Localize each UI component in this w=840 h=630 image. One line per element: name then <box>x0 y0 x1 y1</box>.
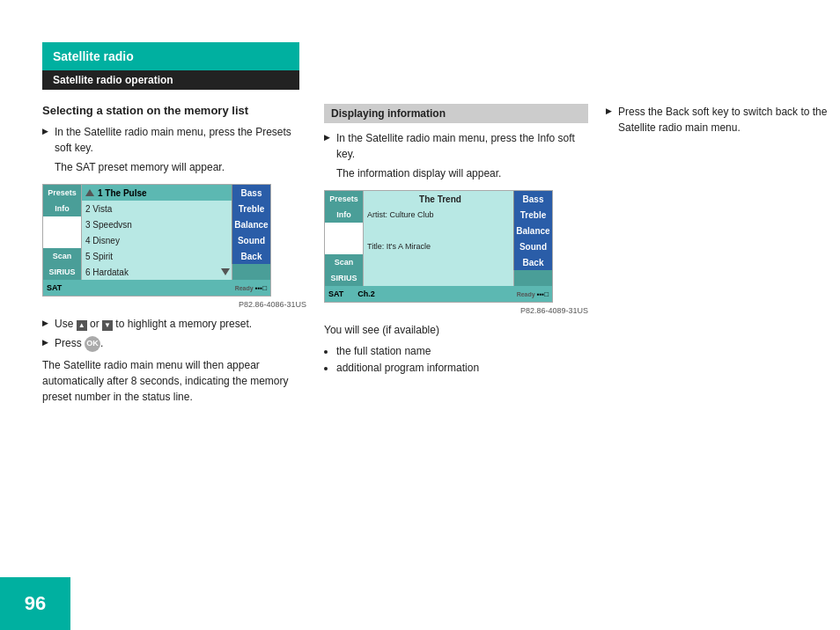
sirius-label: SIRIUS <box>43 264 82 280</box>
info-label-2: Info <box>325 207 364 223</box>
sat-row-1: SAT Ready ▪▪▪□ <box>43 280 270 296</box>
left-bullet-3: Press OK. <box>42 335 306 352</box>
content-area: Selecting a station on the memory list I… <box>42 104 798 560</box>
page-subtitle: Satellite radio operation <box>53 74 173 86</box>
mid-bullet-1: In the Satellite radio main menu, press … <box>324 130 588 162</box>
you-will-see: You will see (if available) <box>324 322 588 338</box>
left-column: Selecting a station on the memory list I… <box>42 104 306 410</box>
presets-key: Presets <box>255 126 291 138</box>
screen-row-scan: Scan 5 Spirit Back <box>43 248 270 264</box>
up-arrow-icon <box>85 189 94 196</box>
ready-text-1: Ready <box>235 285 254 291</box>
page-title: Satellite radio <box>53 49 134 63</box>
screen-caption-2: P82.86-4089-31US <box>324 306 588 315</box>
ok-button-icon: OK <box>85 336 100 352</box>
treble-btn[interactable]: Treble <box>232 201 270 216</box>
ch2-label: Ch.2 <box>357 289 375 298</box>
page-header-black: Satellite radio operation <box>42 70 299 90</box>
empty-label-2 <box>43 232 82 248</box>
page-number: 96 <box>0 577 70 630</box>
right-bullet-1: Press the Back soft key to switch back t… <box>606 104 835 136</box>
left-section-title: Selecting a station on the memory list <box>42 104 306 117</box>
sound-btn-2[interactable]: Sound <box>513 238 552 254</box>
screen-main-speedvsn: 3 Speedvsn <box>82 216 232 232</box>
screen-row-disney: 4 Disney Sound <box>43 232 270 248</box>
sat-row-2: SAT Ch.2 Ready ▪▪▪□ <box>325 286 552 302</box>
mid-section-title: Displaying information <box>324 104 588 123</box>
info-item-2: additional program information <box>336 360 588 377</box>
empty-label-4 <box>325 238 364 254</box>
screen-main-vista: 2 Vista <box>82 201 232 216</box>
screen-title-song: Title: It's A Miracle <box>364 238 513 254</box>
down-arrow-icon <box>221 268 230 275</box>
mid-para-2: The information display will appear. <box>336 165 588 181</box>
screen-row-2-empty: Balance <box>325 223 552 238</box>
ready-text-2: Ready <box>517 291 535 297</box>
screen-main-disney: 4 Disney <box>82 232 232 248</box>
up-nav-icon: ▲ <box>77 320 87 331</box>
down-nav-icon: ▼ <box>102 320 113 331</box>
screen-mockup-1: Presets 1 The Pulse Bass Info 2 Vista Tr… <box>42 184 271 297</box>
bass-btn-2[interactable]: Bass <box>513 191 552 207</box>
pulse-text: 1 The Pulse <box>98 188 147 198</box>
presets-label-2: Presets <box>325 191 364 207</box>
back-key: Back <box>666 106 689 118</box>
screen-row-2-info: Info Artist: Culture Club Treble <box>325 207 552 223</box>
screen-main-pulse: 1 The Pulse <box>82 185 232 201</box>
signal-indicator-1: ▪▪▪□ <box>255 284 267 292</box>
scan-label: Scan <box>43 248 82 264</box>
info-item-1: the full station name <box>336 343 588 360</box>
info-key: Info <box>537 132 555 144</box>
sat-label-2: SAT <box>328 289 343 298</box>
screen-empty-2 <box>364 254 513 270</box>
back-btn-2[interactable]: Back <box>513 254 552 270</box>
left-para-5: The Satellite radio main menu will then … <box>42 357 306 405</box>
left-bullet-2: Use ▲ or ▼ to highlight a memory preset. <box>42 316 306 332</box>
presets-label: Presets <box>43 185 82 201</box>
sound-btn[interactable]: Sound <box>232 232 270 248</box>
screen-main-hardatak: 6 Hardatak <box>82 264 232 280</box>
info-label: Info <box>43 201 82 216</box>
screen-main-spirit: 5 Spirit <box>82 248 232 264</box>
screen-row-speedvsn: 3 Speedvsn Balance <box>43 216 270 232</box>
screen-row-2-title: Title: It's A Miracle Sound <box>325 238 552 254</box>
screen-empty <box>364 223 513 238</box>
balance-btn-2[interactable]: Balance <box>513 223 552 238</box>
screen-row-2-scan: Scan Back <box>325 254 552 270</box>
balance-btn[interactable]: Balance <box>232 216 270 232</box>
screen-mockup-2: Presets The Trend Bass Info Artist: Cult… <box>324 190 553 303</box>
screen-artist: Artist: Culture Club <box>364 207 513 223</box>
sirius-label-2: SIRIUS <box>325 270 364 286</box>
empty-btn <box>232 264 270 280</box>
scan-label-2: Scan <box>325 254 364 270</box>
page-header-teal: Satellite radio <box>42 42 299 70</box>
empty-label-1 <box>43 216 82 232</box>
sat-label-1: SAT <box>47 283 62 292</box>
empty-label-3 <box>325 223 364 238</box>
screen-row-presets: Presets 1 The Pulse Bass <box>43 185 270 201</box>
screen-trend: The Trend <box>364 191 513 207</box>
back-btn[interactable]: Back <box>232 248 270 264</box>
bass-btn[interactable]: Bass <box>232 185 270 201</box>
left-para-2: The SAT preset memory will appear. <box>55 159 306 175</box>
info-items-list: the full station name additional program… <box>336 343 588 377</box>
screen-row-sirius: SIRIUS 6 Hardatak <box>43 264 270 280</box>
empty-btn-2 <box>513 270 552 286</box>
mid-column: Displaying information In the Satellite … <box>324 104 588 377</box>
down-arrow-container <box>221 267 232 277</box>
treble-btn-2[interactable]: Treble <box>513 207 552 223</box>
signal-indicator-2: ▪▪▪□ <box>537 290 549 298</box>
left-bullet-1: In the Satellite radio main menu, press … <box>42 124 306 156</box>
screen-row-info: Info 2 Vista Treble <box>43 201 270 216</box>
screen-empty-3 <box>364 270 513 286</box>
screen-caption-1: P82.86-4086-31US <box>42 300 306 309</box>
right-column: Press the Back soft key to switch back t… <box>606 104 835 139</box>
screen-row-2-sirius: SIRIUS <box>325 270 552 286</box>
screen-row-2-presets: Presets The Trend Bass <box>325 191 552 207</box>
